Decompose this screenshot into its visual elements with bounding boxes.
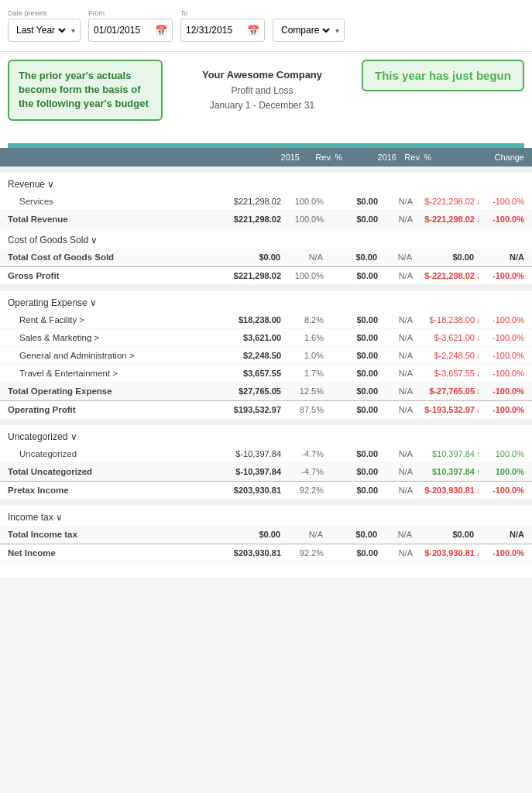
row-name-total-uncategorized: Total Uncategorized [8, 467, 215, 476]
total-revenue-pct: -100.0% [482, 215, 524, 224]
travel-rev-2016: N/A [378, 369, 413, 378]
total-tax-rev-2016: N/A [377, 530, 412, 539]
main-content: The prior year's actuals become form the… [0, 52, 532, 578]
rent-rev-2016: N/A [378, 315, 413, 324]
total-revenue-2015: $221,298.02 [215, 215, 281, 224]
gross-profit-rev-2015: 100.0% [281, 271, 324, 280]
from-date-wrap[interactable]: 📅 [88, 19, 173, 42]
row-gross-profit: Gross Profit $221,298.02 100.0% $0.00 N/… [0, 266, 532, 285]
from-date-group: From 📅 [88, 9, 173, 42]
net-income-rev-2016: N/A [378, 548, 413, 558]
compare-chevron-icon: ▾ [335, 26, 339, 35]
row-name-gross-profit: Gross Profit [8, 271, 215, 280]
date-presets-select-wrap[interactable]: Last Year ▾ [8, 19, 81, 42]
row-services: Services $221,298.02 100.0% $0.00 N/A $-… [0, 193, 532, 211]
rent-2016: $0.00 [324, 315, 378, 324]
services-arrow-down-icon: ↓ [476, 197, 480, 206]
row-general-admin: General and Administration > $2,248.50 1… [0, 347, 532, 365]
uncategorized-rev-2016: N/A [378, 449, 413, 458]
net-income-arrow-down-icon: ↓ [476, 549, 480, 558]
row-name-total-revenue: Total Revenue [8, 215, 215, 224]
pretax-2015: $203,930.81 [215, 486, 281, 495]
gross-profit-rev-2016: N/A [378, 271, 413, 280]
date-presets-select[interactable]: Last Year [13, 24, 68, 36]
row-name-services: Services [8, 197, 215, 206]
row-name-operating-profit: Operating Profit [8, 405, 215, 414]
services-pct: -100.0% [482, 197, 524, 206]
date-presets-label: Date presets [8, 9, 81, 17]
section-header-uncategorized[interactable]: Uncategorized ∨ [0, 425, 532, 445]
section-header-income-tax[interactable]: Income tax ∨ [0, 506, 532, 526]
total-uncategorized-pct: 100.0% [482, 467, 524, 476]
row-net-income: Net Income $203,930.81 92.2% $0.00 N/A $… [0, 544, 532, 562]
row-name-travel-entertainment[interactable]: Travel & Entertainment > [8, 369, 215, 378]
pretax-rev-2016: N/A [378, 486, 413, 495]
gross-profit-pct: -100.0% [482, 271, 524, 280]
general-pct: -100.0% [482, 351, 524, 360]
uncategorized-rev-2015: -4.7% [281, 449, 324, 458]
total-revenue-rev-2016: N/A [378, 215, 413, 224]
to-date-wrap[interactable]: 📅 [180, 19, 265, 42]
operating-profit-rev-2015: 87.5% [281, 405, 324, 414]
total-cogs-2015: $0.00 [215, 252, 280, 262]
sales-2015: $3,621.00 [215, 333, 281, 342]
total-operating-pct: -100.0% [482, 386, 524, 396]
general-2015: $2,248.50 [215, 351, 281, 360]
total-uncategorized-arrow-up-icon: ↑ [476, 468, 480, 476]
gross-profit-2015: $221,298.02 [215, 271, 281, 280]
from-label: From [88, 9, 173, 17]
operating-profit-arrow-down-icon: ↓ [476, 406, 480, 414]
section-header-revenue[interactable]: Revenue ∨ [0, 173, 532, 193]
operating-profit-2016: $0.00 [324, 405, 378, 414]
section-divider-operating [0, 285, 532, 291]
calendar-icon: 📅 [155, 25, 167, 36]
uncategorized-pct: 100.0% [482, 449, 524, 458]
from-date-input[interactable] [94, 25, 152, 36]
row-uncategorized: Uncategorized $-10,397.84 -4.7% $0.00 N/… [0, 445, 532, 463]
to-date-input[interactable] [186, 25, 244, 36]
row-name-total-income-tax: Total Income tax [8, 530, 215, 539]
row-total-revenue: Total Revenue $221,298.02 100.0% $0.00 N… [0, 211, 532, 228]
row-name-general-admin[interactable]: General and Administration > [8, 351, 215, 360]
services-change: $-221,298.02 [413, 197, 475, 206]
section-header-operating[interactable]: Operating Expense ∨ [0, 291, 532, 311]
uncategorized-change: $10,397.84 [413, 449, 475, 458]
row-name-uncategorized: Uncategorized [8, 449, 215, 458]
th-2016: 2016 [342, 153, 396, 162]
row-name-total-operating: Total Operating Expense [8, 386, 215, 396]
compare-select-wrap[interactable]: Compare ▾ [273, 19, 345, 42]
services-rev-2015: 100.0% [281, 197, 324, 206]
services-2016: $0.00 [324, 197, 378, 206]
compare-group: Compare ▾ [273, 9, 345, 42]
total-uncategorized-2015: $-10,397.84 [215, 467, 281, 476]
th-empty [8, 153, 234, 162]
rent-arrow-down-icon: ↓ [476, 316, 480, 324]
travel-arrow-down-icon: ↓ [476, 369, 480, 378]
rent-pct: -100.0% [482, 315, 524, 324]
net-income-2015: $203,930.81 [215, 548, 281, 558]
pretax-rev-2015: 92.2% [281, 486, 324, 495]
annotation-right-box: This year has just begun [362, 60, 524, 91]
report-title: Profit and Loss [163, 84, 362, 98]
pretax-2016: $0.00 [324, 486, 378, 495]
services-rev-2016: N/A [378, 197, 413, 206]
total-operating-change: $-27,765.05 [413, 386, 475, 396]
total-tax-change: $0.00 [412, 530, 474, 539]
services-2015: $221,298.02 [215, 197, 281, 206]
rent-change: $-18,238.00 [413, 315, 475, 324]
total-revenue-rev-2015: 100.0% [281, 215, 324, 224]
compare-select[interactable]: Compare [278, 24, 332, 36]
sales-rev-2016: N/A [378, 333, 413, 342]
general-2016: $0.00 [324, 351, 378, 360]
travel-pct: -100.0% [482, 369, 524, 378]
operating-profit-pct: -100.0% [482, 405, 524, 414]
to-label: To [180, 9, 265, 17]
section-header-cogs[interactable]: Cost of Goods Sold ∨ [0, 228, 532, 249]
row-name-sales-marketing[interactable]: Sales & Marketing > [8, 333, 215, 342]
total-uncategorized-2016: $0.00 [324, 467, 378, 476]
row-name-rent-facility[interactable]: Rent & Facility > [8, 315, 215, 324]
total-tax-rev-2015: N/A [280, 530, 323, 539]
th-rev-pct-1: Rev. % [300, 153, 342, 162]
total-revenue-2016: $0.00 [324, 215, 378, 224]
travel-2015: $3,657.55 [215, 369, 281, 378]
